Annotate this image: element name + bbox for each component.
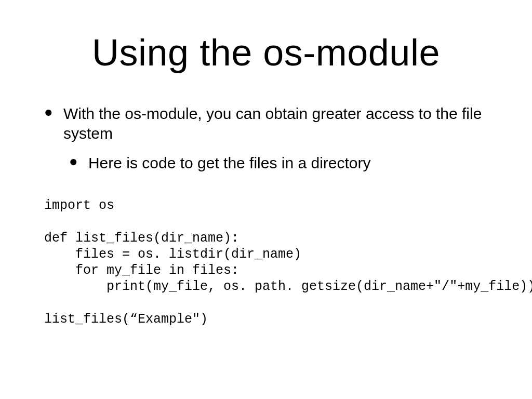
slide-body: ● With the os-module, you can obtain gre… (44, 104, 501, 177)
bullet-level-1-text: With the os-module, you can obtain great… (63, 104, 501, 143)
slide: Using the os-module ● With the os-module… (0, 0, 532, 399)
bullet-level-2-text: Here is code to get the files in a direc… (88, 153, 371, 173)
bullet-level-2: ● Here is code to get the files in a dir… (69, 153, 501, 173)
bullet-dot-icon: ● (44, 105, 53, 119)
slide-title: Using the os-module (0, 31, 532, 74)
bullet-dot-icon: ● (69, 154, 78, 169)
bullet-level-1: ● With the os-module, you can obtain gre… (44, 104, 501, 143)
code-block: import os def list_files(dir_name): file… (44, 197, 506, 327)
